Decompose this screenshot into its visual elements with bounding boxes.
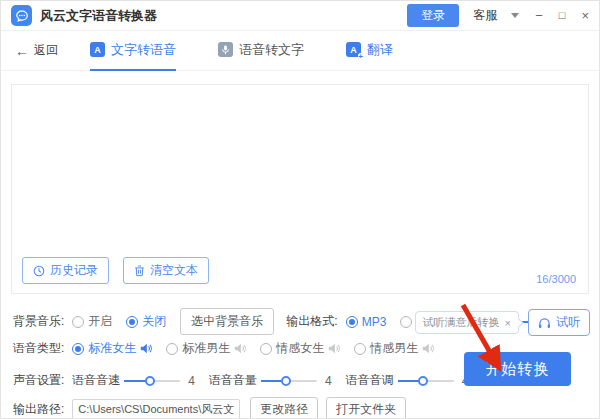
tip-tag: 试听满意后转换 × xyxy=(415,311,519,334)
tab-translate[interactable]: A + 翻译 xyxy=(346,31,393,71)
speaker-icon[interactable] xyxy=(328,343,340,354)
clear-label: 清空文本 xyxy=(150,262,198,279)
output-path-label: 输出路径: xyxy=(13,401,64,418)
clear-text-button[interactable]: 清空文本 xyxy=(123,257,209,284)
tab-label: 语音转文字 xyxy=(239,41,304,59)
radio-icon xyxy=(354,343,366,355)
tts-glyph: A xyxy=(94,45,101,55)
radio-voice-emo-male[interactable]: 情感男生 xyxy=(354,340,434,357)
chevron-down-icon[interactable] xyxy=(511,13,519,18)
radio-bgm-off[interactable]: 关闭 xyxy=(126,313,166,330)
open-folder-button[interactable]: 打开文件夹 xyxy=(326,397,406,419)
app-logo-icon xyxy=(11,5,32,26)
mp3-label: MP3 xyxy=(362,315,387,329)
voice-option-label: 情感男生 xyxy=(370,340,418,357)
tab-label: 翻译 xyxy=(367,41,393,59)
text-editor-panel: 历史记录 清空文本 16/3000 xyxy=(11,84,589,294)
back-button[interactable]: ← 返回 xyxy=(15,42,58,59)
customer-service-link[interactable]: 客服 xyxy=(473,7,497,24)
voice-option-label: 标准男生 xyxy=(182,340,230,357)
radio-icon xyxy=(346,316,358,328)
slider-handle[interactable] xyxy=(145,376,155,386)
bgm-on-label: 开启 xyxy=(88,313,112,330)
headphones-icon xyxy=(538,317,551,329)
login-button[interactable]: 登录 xyxy=(407,4,459,27)
select-bgm-button[interactable]: 选中背景音乐 xyxy=(180,308,274,335)
radio-voice-std-female[interactable]: 标准女生 xyxy=(72,340,152,357)
format-label: 输出格式: xyxy=(286,313,337,330)
titlebar-controls: 登录 客服 − □ × xyxy=(407,4,589,27)
preview-label: 试听 xyxy=(556,314,580,331)
history-label: 历史记录 xyxy=(50,262,98,279)
pitch-label: 语音音调 xyxy=(346,372,394,389)
sound-settings-label: 声音设置: xyxy=(13,372,64,389)
radio-voice-emo-female[interactable]: 情感女生 xyxy=(260,340,340,357)
pitch-slider[interactable] xyxy=(398,375,454,387)
radio-format-mp3[interactable]: MP3 xyxy=(346,315,387,329)
radio-icon xyxy=(400,316,412,328)
editor-actions: 历史记录 清空文本 xyxy=(22,257,209,284)
radio-icon xyxy=(166,343,178,355)
translate-icon: A + xyxy=(346,42,361,57)
close-icon[interactable]: × xyxy=(505,317,511,329)
radio-icon xyxy=(72,316,84,328)
titlebar: 风云文字语音转换器 登录 客服 − □ × xyxy=(1,1,599,31)
plus-icon: + xyxy=(358,53,363,60)
tabs: A 文字转语音 语音转文字 A + 翻译 xyxy=(90,31,393,71)
radio-bgm-on[interactable]: 开启 xyxy=(72,313,112,330)
volume-label: 语音音量 xyxy=(209,372,257,389)
radio-voice-std-male[interactable]: 标准男生 xyxy=(166,340,246,357)
main-text-input[interactable] xyxy=(12,85,588,251)
tab-speech-to-text[interactable]: 语音转文字 xyxy=(218,31,304,71)
preview-button[interactable]: 试听 xyxy=(528,309,590,336)
bgm-off-label: 关闭 xyxy=(142,313,166,330)
preview-tip-row: 试听满意后转换 × 试听 xyxy=(415,309,590,336)
app-window: 风云文字语音转换器 登录 客服 − □ × ← 返回 A 文字转语音 语音转文字 xyxy=(0,0,600,419)
bgm-label: 背景音乐: xyxy=(13,313,64,330)
arrow-left-icon: ← xyxy=(15,43,29,59)
tabbar: ← 返回 A 文字转语音 语音转文字 A + 翻译 xyxy=(1,31,599,71)
speed-label: 语音音速 xyxy=(72,372,120,389)
voice-option-label: 情感女生 xyxy=(276,340,324,357)
speed-slider[interactable] xyxy=(124,375,180,387)
radio-icon xyxy=(260,343,272,355)
close-button[interactable]: × xyxy=(581,9,589,22)
output-path-input[interactable] xyxy=(72,399,240,419)
speaker-icon[interactable] xyxy=(234,343,246,354)
history-button[interactable]: 历史记录 xyxy=(22,257,109,284)
speaker-icon[interactable] xyxy=(422,343,434,354)
slider-handle[interactable] xyxy=(418,376,428,386)
voice-type-row: 语音类型: 标准女生 标准男生 情感女生 情感男生 xyxy=(13,340,448,357)
volume-slider[interactable] xyxy=(261,375,317,387)
sound-settings-row: 声音设置: 语音音速 4 语音音量 4 语音音调 4 xyxy=(13,372,482,389)
voice-type-label: 语音类型: xyxy=(13,340,64,357)
convert-button[interactable]: 开始转换 xyxy=(464,352,571,386)
tab-text-to-speech[interactable]: A 文字转语音 xyxy=(90,31,176,71)
change-path-button[interactable]: 更改路径 xyxy=(250,397,318,419)
voice-option-label: 标准女生 xyxy=(88,340,136,357)
maximize-button[interactable]: □ xyxy=(559,10,566,21)
text-to-speech-icon: A xyxy=(90,42,105,57)
trash-icon xyxy=(134,265,145,277)
app-title: 风云文字语音转换器 xyxy=(40,7,157,25)
radio-icon xyxy=(126,316,138,328)
radio-icon xyxy=(72,343,84,355)
output-path-row: 输出路径: 更改路径 打开文件夹 xyxy=(13,397,414,419)
char-counter: 16/3000 xyxy=(536,273,576,285)
speech-to-text-icon xyxy=(218,42,233,57)
clock-icon xyxy=(33,265,45,277)
tab-label: 文字转语音 xyxy=(111,41,176,59)
tip-text: 试听满意后转换 xyxy=(423,315,500,330)
slider-handle[interactable] xyxy=(281,376,291,386)
volume-value: 4 xyxy=(325,374,332,388)
speed-value: 4 xyxy=(188,374,195,388)
minimize-button[interactable]: − xyxy=(535,9,543,22)
speaker-icon[interactable] xyxy=(140,343,152,354)
translate-glyph: A xyxy=(350,45,357,55)
back-label: 返回 xyxy=(34,42,58,59)
